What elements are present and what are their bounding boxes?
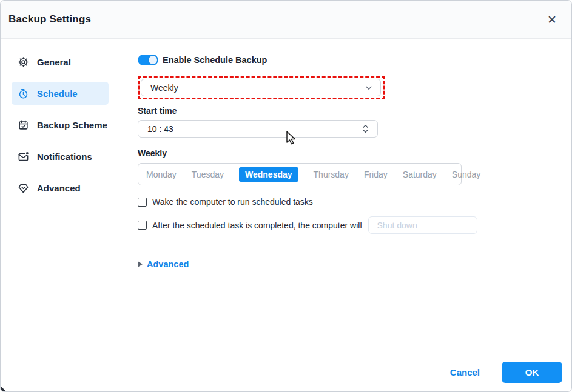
- day-option-wednesday[interactable]: Wednesday: [239, 167, 298, 182]
- sidebar-item-label: Advanced: [37, 183, 81, 193]
- wake-computer-label: Wake the computer to run scheduled tasks: [152, 197, 313, 207]
- after-task-checkbox[interactable]: [138, 221, 147, 230]
- chevron-down-icon: [365, 84, 373, 92]
- sidebar-item-label: Schedule: [37, 88, 78, 99]
- expander-triangle-icon: [138, 261, 143, 267]
- gear-icon: [18, 56, 29, 68]
- enable-schedule-toggle[interactable]: [138, 55, 158, 65]
- cancel-button[interactable]: Cancel: [450, 367, 480, 377]
- diamond-check-icon: [18, 182, 29, 194]
- calendar-check-icon: [18, 119, 29, 131]
- sidebar-item-notifications[interactable]: Notifications: [12, 145, 109, 168]
- toggle-knob: [149, 56, 157, 64]
- advanced-expander-label: Advanced: [147, 259, 189, 269]
- sidebar-item-label: Notifications: [37, 151, 92, 162]
- stepper-down-icon: [362, 129, 369, 133]
- close-icon[interactable]: ✕: [543, 11, 560, 28]
- stepper-up-icon: [362, 124, 369, 128]
- sidebar-item-advanced[interactable]: Advanced: [12, 176, 109, 199]
- weekday-selector: Monday Tuesday Wednesday Thursday Friday…: [138, 163, 462, 185]
- frequency-select-value: Weekly: [150, 83, 178, 93]
- day-option-saturday[interactable]: Saturday: [403, 170, 437, 179]
- shutdown-action-value: Shut down: [377, 221, 417, 230]
- day-option-friday[interactable]: Friday: [364, 170, 388, 179]
- ok-button[interactable]: OK: [502, 362, 562, 383]
- stopwatch-icon: [18, 88, 29, 99]
- section-divider: [138, 247, 556, 247]
- dialog-title: Backup Settings: [8, 13, 91, 25]
- day-option-tuesday[interactable]: Tuesday: [192, 170, 224, 179]
- sidebar-item-backup-scheme[interactable]: Backup Scheme: [12, 113, 109, 136]
- wake-computer-checkbox[interactable]: [138, 198, 147, 207]
- annotation-red-dashed-box: Weekly: [138, 76, 385, 99]
- start-time-input[interactable]: 10 : 43: [138, 120, 378, 138]
- time-stepper[interactable]: [362, 124, 369, 133]
- sidebar-item-general[interactable]: General: [12, 50, 109, 73]
- weekly-label: Weekly: [138, 148, 556, 158]
- enable-schedule-label: Enable Schedule Backup: [163, 55, 267, 65]
- sidebar: General Schedule: [1, 39, 121, 354]
- after-task-label: After the scheduled task is completed, t…: [152, 221, 362, 230]
- corner-artifact: [1, 386, 6, 391]
- shutdown-action-select: Shut down: [368, 216, 477, 234]
- sidebar-item-label: General: [37, 57, 71, 67]
- day-option-thursday[interactable]: Thursday: [314, 170, 349, 179]
- schedule-panel: Enable Schedule Backup Weekly Start time…: [121, 39, 571, 354]
- start-time-label: Start time: [138, 106, 556, 116]
- advanced-expander[interactable]: Advanced: [138, 259, 556, 269]
- sidebar-item-label: Backup Scheme: [37, 120, 107, 130]
- mail-dot-icon: [18, 151, 29, 162]
- day-option-monday[interactable]: Monday: [146, 170, 177, 179]
- day-option-sunday[interactable]: Sunday: [452, 170, 480, 179]
- frequency-select[interactable]: Weekly: [141, 79, 381, 96]
- start-time-value: 10 : 43: [147, 124, 173, 134]
- title-bar: Backup Settings ✕: [1, 1, 571, 39]
- sidebar-item-schedule[interactable]: Schedule: [12, 82, 109, 105]
- backup-settings-dialog: Backup Settings ✕ General: [0, 0, 572, 392]
- footer-bar: Cancel OK: [1, 353, 571, 391]
